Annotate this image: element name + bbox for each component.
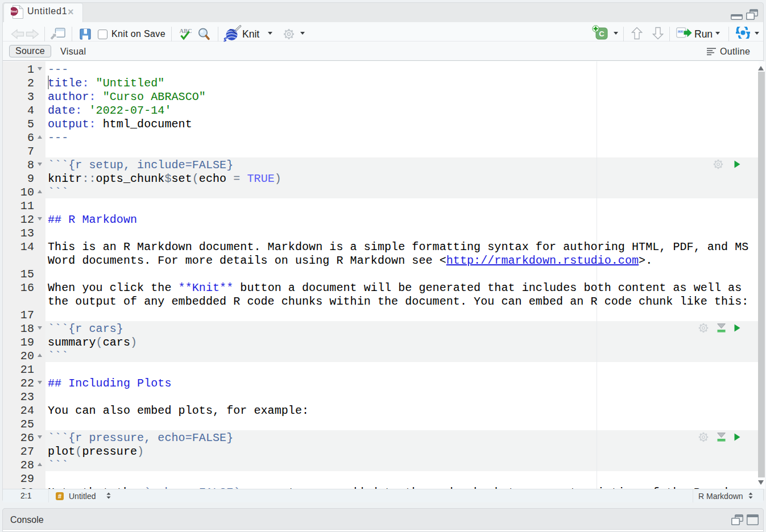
svg-text:C: C [599, 30, 604, 38]
svg-text:ABC: ABC [179, 28, 192, 34]
svg-text:Rmd: Rmd [11, 10, 18, 13]
